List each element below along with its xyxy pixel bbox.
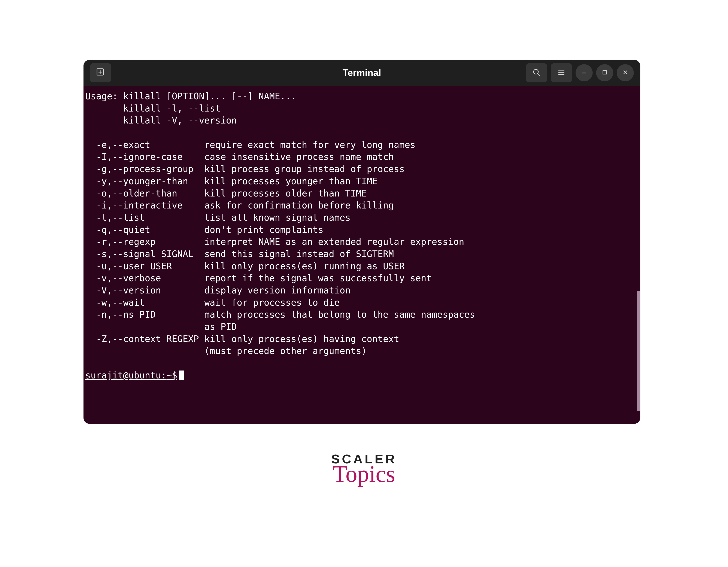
option-row: -g,--process-group kill process group in… (85, 164, 405, 174)
close-icon (622, 69, 628, 76)
option-flag: -r,--regexp (85, 237, 204, 247)
option-desc: require exact match for very long names (204, 140, 415, 150)
titlebar-right (526, 63, 634, 82)
option-flag: -g,--process-group (85, 164, 204, 174)
option-desc: case insensitive process name match (204, 152, 394, 162)
svg-line-4 (538, 74, 540, 76)
option-desc: (must precede other arguments) (204, 346, 367, 356)
option-flag: -V,--version (85, 285, 204, 295)
option-row: as PID (85, 321, 237, 332)
option-row: -r,--regexp interpret NAME as an extende… (85, 237, 464, 247)
option-flag (85, 321, 204, 332)
option-flag: -v,--verbose (85, 273, 204, 284)
prompt-sign: $ (172, 369, 177, 382)
maximize-icon (601, 69, 608, 76)
option-flag: -u,--user USER (85, 261, 204, 272)
prompt-user: surajit@ubuntu (85, 369, 161, 382)
option-row: -l,--list list all known signal names (85, 212, 351, 223)
option-row: (must precede other arguments) (85, 346, 367, 356)
option-desc: send this signal instead of SIGTERM (204, 249, 394, 259)
option-flag: -y,--younger-than (85, 176, 204, 187)
menu-button[interactable] (551, 63, 572, 82)
search-button[interactable] (526, 63, 547, 82)
option-flag: -s,--signal SIGNAL (85, 249, 204, 259)
scrollbar[interactable] (637, 291, 640, 411)
option-flag: -n,--ns PID (85, 309, 204, 320)
maximize-button[interactable] (596, 64, 613, 81)
option-flag: -l,--list (85, 212, 204, 223)
option-row: -w,--wait wait for processes to die (85, 297, 340, 308)
option-flag: -I,--ignore-case (85, 152, 204, 162)
option-desc: kill only process(es) having context (204, 334, 399, 344)
svg-point-3 (534, 69, 538, 74)
terminal-body[interactable]: Usage: killall [OPTION]... [--] NAME... … (84, 86, 640, 384)
option-desc: list all known signal names (204, 212, 351, 223)
option-row: -I,--ignore-case case insensitive proces… (85, 152, 394, 162)
option-desc: kill processes older than TIME (204, 188, 367, 199)
option-flag: -e,--exact (85, 140, 204, 150)
usage-line-2: killall -l, --list (85, 103, 221, 114)
prompt-sep: : (161, 369, 166, 382)
brand-logo: SCALER Topics (0, 452, 728, 488)
option-desc: wait for processes to die (204, 297, 340, 308)
option-desc: kill only process(es) running as USER (204, 261, 405, 272)
logo-line2: Topics (0, 460, 728, 488)
prompt-path: ~ (166, 369, 172, 382)
minimize-icon (581, 69, 587, 76)
option-desc: don't print complaints (204, 225, 323, 235)
new-tab-icon (96, 67, 106, 78)
option-flag (85, 346, 204, 356)
option-row: -u,--user USER kill only process(es) run… (85, 261, 405, 272)
option-row: -v,--verbose report if the signal was su… (85, 273, 432, 284)
option-flag: -Z,--context REGEXP (85, 334, 204, 344)
option-row: -s,--signal SIGNAL send this signal inst… (85, 249, 394, 259)
option-desc: ask for confirmation before killing (204, 200, 394, 211)
usage-line-1: Usage: killall [OPTION]... [--] NAME... (85, 91, 296, 102)
option-row: -Z,--context REGEXP kill only process(es… (85, 334, 399, 344)
option-row: -e,--exact require exact match for very … (85, 140, 415, 150)
option-row: -n,--ns PID match processes that belong … (85, 309, 475, 320)
close-button[interactable] (617, 64, 634, 81)
usage-line-3: killall -V, --version (85, 115, 237, 126)
option-flag: -q,--quiet (85, 225, 204, 235)
titlebar-left (90, 63, 115, 82)
option-row: -q,--quiet don't print complaints (85, 225, 324, 235)
minimize-button[interactable] (576, 64, 593, 81)
option-desc: match processes that belong to the same … (204, 309, 475, 320)
svg-rect-9 (603, 71, 606, 74)
option-desc: kill process group instead of process (204, 164, 405, 174)
prompt-line: surajit@ubuntu:~$ (85, 369, 638, 382)
option-row: -V,--version display version information (85, 285, 351, 295)
option-desc: report if the signal was successfully se… (204, 273, 432, 284)
new-tab-button[interactable] (90, 63, 111, 82)
option-desc: interpret NAME as an extended regular ex… (204, 237, 464, 247)
titlebar: Terminal (84, 60, 640, 86)
hamburger-icon (557, 68, 566, 78)
option-flag: -w,--wait (85, 297, 204, 308)
search-icon (532, 68, 541, 78)
option-desc: display version information (204, 285, 351, 295)
option-row: -i,--interactive ask for confirmation be… (85, 200, 394, 211)
option-desc: as PID (204, 321, 237, 332)
option-flag: -i,--interactive (85, 200, 204, 211)
cursor (179, 370, 184, 380)
option-row: -y,--younger-than kill processes younger… (85, 176, 377, 187)
option-flag: -o,--older-than (85, 188, 204, 199)
option-desc: kill processes younger than TIME (204, 176, 377, 187)
option-row: -o,--older-than kill processes older tha… (85, 188, 367, 199)
terminal-window: Terminal (84, 60, 640, 424)
